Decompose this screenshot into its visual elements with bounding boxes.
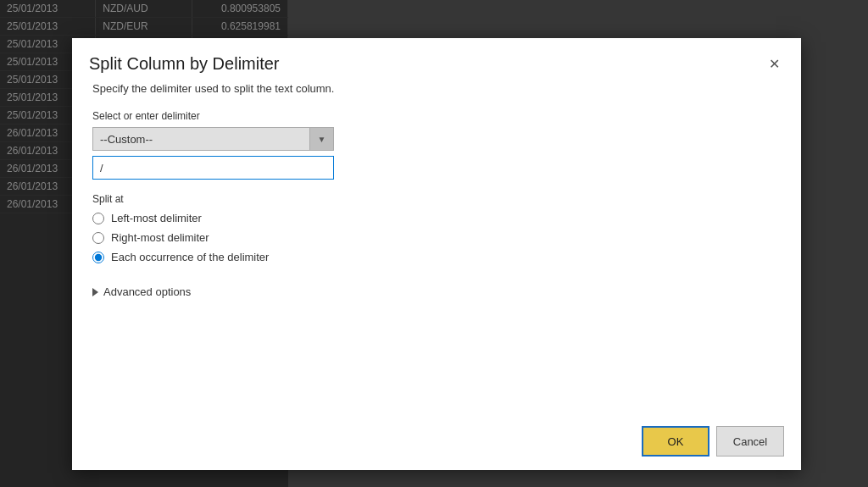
ok-button[interactable]: OK [642, 426, 709, 457]
split-at-label: Split at [92, 193, 781, 205]
radio-right-most[interactable]: Right-most delimiter [92, 231, 781, 244]
dialog-title-bar: Split Column by Delimiter ✕ [72, 38, 801, 74]
radio-left-label: Left-most delimiter [111, 212, 202, 224]
advanced-arrow-icon [92, 288, 98, 296]
delimiter-select-value: --Custom-- [93, 133, 309, 146]
dropdown-arrow-icon: ▼ [309, 128, 333, 150]
delimiter-select-dropdown[interactable]: --Custom-- ▼ [92, 127, 334, 151]
radio-left-most[interactable]: Left-most delimiter [92, 212, 781, 224]
cancel-button[interactable]: Cancel [716, 426, 784, 457]
advanced-options-label: Advanced options [103, 285, 191, 298]
radio-each-occurrence[interactable]: Each occurrence of the delimiter [92, 251, 781, 263]
dialog-body: Specify the delimiter used to split the … [72, 74, 801, 412]
radio-right-label: Right-most delimiter [111, 231, 209, 244]
dialog-footer: OK Cancel [72, 412, 801, 470]
radio-each-label: Each occurrence of the delimiter [111, 251, 269, 263]
split-at-radio-group: Left-most delimiter Right-most delimiter… [92, 212, 781, 263]
radio-left-input[interactable] [92, 213, 104, 224]
dialog-subtitle: Specify the delimiter used to split the … [92, 82, 781, 95]
delimiter-text-input[interactable] [92, 156, 334, 180]
radio-right-input[interactable] [92, 232, 104, 244]
dialog-title: Split Column by Delimiter [89, 54, 280, 74]
advanced-options-toggle[interactable]: Advanced options [92, 280, 781, 303]
radio-each-input[interactable] [92, 252, 104, 263]
delimiter-label: Select or enter delimiter [92, 110, 781, 122]
split-column-dialog: Split Column by Delimiter ✕ Specify the … [72, 38, 801, 470]
close-button[interactable]: ✕ [764, 53, 784, 74]
